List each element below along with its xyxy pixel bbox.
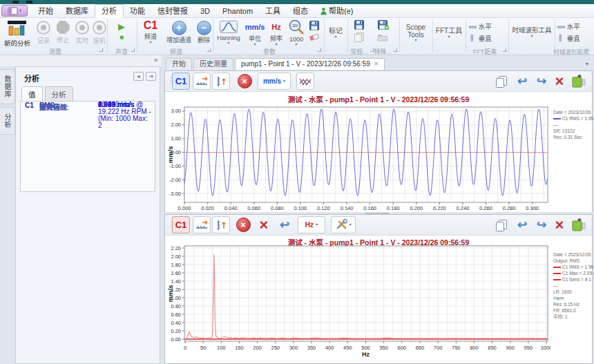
sidebar-vertical-tab[interactable]: 数据库	[0, 69, 15, 104]
copy-general-button[interactable]	[354, 32, 364, 44]
ribbon-tab[interactable]: 功能	[124, 4, 151, 18]
close-channel-button[interactable]: ×	[234, 216, 252, 233]
panel-collapse-button[interactable]: ◂	[133, 72, 144, 81]
channel-dialog-launcher[interactable]	[207, 48, 211, 52]
delete-chart-button[interactable]: ×	[550, 73, 568, 90]
horizontal-axis-icon	[195, 75, 209, 88]
copy-chart-button[interactable]	[492, 216, 510, 233]
document-tab[interactable]: 开始 ×	[166, 58, 192, 70]
record-button[interactable]: 记录	[35, 21, 52, 45]
special-dialog-launcher[interactable]	[394, 48, 397, 52]
undo-zoom-button[interactable]: ↩	[276, 216, 294, 233]
add-channel-button[interactable]: + 增加通道	[164, 21, 193, 44]
waveform-chart[interactable]: 0.0000.0200.0400.0600.0800.1000.1200.140…	[166, 102, 550, 213]
folder-special-button[interactable]	[378, 33, 387, 43]
copy-icon	[495, 219, 508, 231]
params-dialog-launcher[interactable]	[318, 48, 321, 52]
fft-dist-dialog-launcher[interactable]	[503, 48, 506, 52]
svg-text:900: 900	[506, 345, 515, 351]
ribbon-tab[interactable]: 信封警报	[151, 4, 194, 18]
stop-button[interactable]: 停止	[54, 21, 72, 44]
sidebar-vertical-tab[interactable]: 分析	[0, 107, 15, 135]
fft-horizontal-button[interactable]: 水平	[469, 21, 499, 31]
svg-text:650: 650	[416, 345, 425, 351]
fft-tools-button[interactable]: FFT工具 ▾	[434, 25, 464, 39]
spectrum-chart[interactable]: 0501001502002503003504004505005506006507…	[166, 245, 550, 363]
overlay-signals-button[interactable]	[296, 73, 314, 90]
realtime-button[interactable]: 实时	[73, 21, 91, 45]
y-axis-settings-button[interactable]	[212, 73, 230, 90]
document-tab[interactable]: 历史测量 ×	[193, 58, 233, 70]
delete-cursor-button[interactable]: ×	[255, 216, 273, 233]
twf-vertical-button[interactable]: 垂直	[557, 33, 588, 43]
spectrum-tools-dropdown[interactable]: ▾	[331, 216, 356, 233]
ribbon-tab[interactable]: 帮助(e)	[314, 4, 359, 18]
scope-tools-button[interactable]: Scope Tools ▾	[402, 23, 430, 42]
ribbon-collapse-button[interactable]: ⌂	[586, 46, 589, 52]
app-menu-button[interactable]: ▾	[1, 5, 28, 17]
sidebar-pin-icon[interactable]: ∗	[153, 57, 159, 64]
new-analysis-button[interactable]: 新的分析	[2, 20, 32, 48]
redo-button[interactable]: ↪	[533, 73, 550, 90]
panel-dock-button[interactable]: ⇥	[146, 72, 156, 81]
sound-stop-button[interactable]: ■	[116, 33, 127, 41]
unit-button[interactable]: mm/s 单位 ▾	[244, 21, 266, 46]
redo-button[interactable]: ↪	[533, 216, 550, 233]
chevron-down-icon: ▾	[286, 43, 307, 46]
save-param-button[interactable]	[309, 21, 319, 32]
lines-button[interactable]: 100 1000 ▾	[286, 19, 307, 46]
ribbon-tab[interactable]: 3D	[194, 4, 216, 18]
close-channel-button[interactable]: ×	[236, 73, 253, 90]
shutdown-label: 拔机	[90, 36, 108, 45]
spectrum-unit-dropdown[interactable]: Hz ▾	[298, 216, 325, 233]
measure-dialog-launcher[interactable]	[99, 48, 103, 52]
ribbon-tab[interactable]: 数据库	[59, 4, 95, 18]
tab-overflow-button[interactable]: ▾	[586, 61, 588, 67]
ribbon-tab[interactable]: 组态	[287, 4, 314, 18]
delete-chart-button[interactable]: ×	[550, 216, 568, 233]
twf-tools-button[interactable]: 时域波形工具 ▾	[510, 25, 553, 38]
panel-tab[interactable]: 值	[21, 86, 43, 102]
save-general-button[interactable]	[354, 20, 364, 31]
export-chart-button[interactable]	[570, 216, 588, 233]
undo-button[interactable]: ↩	[513, 73, 531, 90]
hanning-button[interactable]: Hanning ▾	[215, 21, 242, 45]
eraser-button[interactable]	[309, 33, 320, 43]
ribbon-tab[interactable]: Phantom	[216, 4, 259, 18]
legend-text: Res: 6.15 Hz	[553, 302, 579, 307]
folder-icon	[378, 33, 387, 41]
shutdown-button[interactable]: 拔机	[90, 21, 108, 45]
undo-icon: ↩	[280, 218, 289, 232]
waveform-channel-button[interactable]: C1	[172, 73, 190, 90]
undo-button[interactable]: ↩	[513, 216, 531, 233]
y-axis-settings-button[interactable]	[212, 216, 230, 233]
mark-button[interactable]: 标记 ▾	[325, 25, 346, 39]
ribbon-tab[interactable]: 开始	[32, 4, 59, 18]
legend-text: Date = 2023/12/26	[553, 252, 591, 257]
sound-play-button[interactable]: ▶	[116, 21, 127, 32]
ribbon-tab[interactable]: 分析	[95, 4, 124, 18]
fft-vertical-button[interactable]: 垂直	[469, 33, 499, 43]
waveform-unit-dropdown[interactable]: mm/s ▾	[258, 73, 291, 90]
svg-text:2.00: 2.00	[171, 253, 181, 260]
chevron-down-icon: ▾	[268, 43, 285, 46]
x-axis-settings-button[interactable]	[193, 216, 211, 233]
horizontal-axis-icon	[195, 219, 209, 231]
copy-chart-button[interactable]	[492, 73, 510, 90]
export-chart-button[interactable]	[570, 73, 588, 90]
spectrum-channel-button[interactable]: C1	[172, 216, 190, 233]
svg-text:3.00: 3.00	[171, 108, 181, 114]
save-special-button[interactable]	[378, 20, 390, 32]
panel-tab[interactable]: 分析	[45, 86, 73, 102]
frequency-button[interactable]: Hz 频率 ▾	[268, 21, 285, 46]
undo-icon: ↩	[517, 74, 527, 88]
x-axis-settings-button[interactable]	[193, 73, 211, 90]
legend-text: Hann	[553, 296, 564, 300]
ribbon-tab[interactable]: 工具	[259, 4, 287, 18]
close-icon[interactable]: ×	[374, 59, 379, 70]
document-tab[interactable]: pump1 - Point 1 - V - 2023/12/26 09:56:5…	[235, 58, 385, 70]
remove-channel-button[interactable]: − 删除	[195, 21, 213, 44]
channel-c1-button[interactable]: C1 频道 ▾	[140, 19, 161, 44]
sound-dialog-launcher[interactable]	[131, 48, 135, 52]
twf-horizontal-button[interactable]: 水平	[557, 21, 588, 31]
